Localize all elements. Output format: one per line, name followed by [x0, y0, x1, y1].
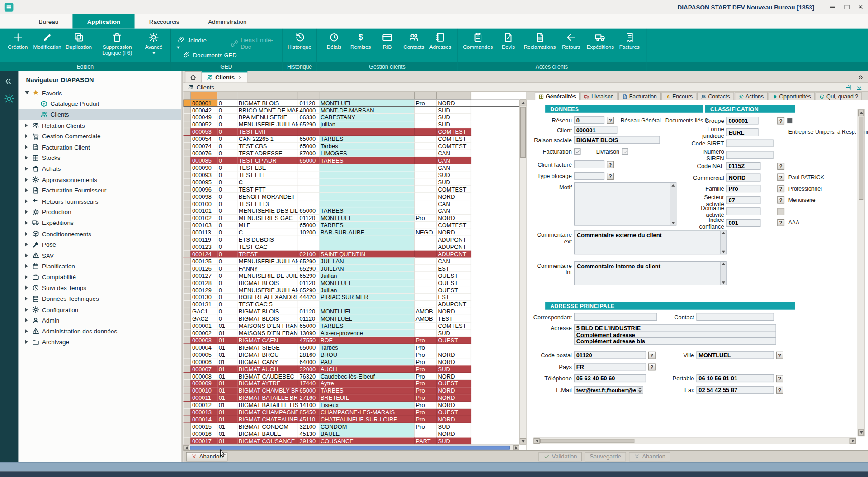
chevron-icon[interactable] [25, 91, 29, 94]
column-header[interactable] [320, 92, 415, 99]
table-row[interactable]: 000016 01 BIGMAT BAULE 45130 BAULE NORD [183, 430, 519, 438]
tab-facturation[interactable]: Facturation [618, 92, 660, 100]
panel-vertical-scrollbar[interactable] [858, 109, 865, 436]
email-field[interactable] [574, 386, 643, 394]
chevron-icon[interactable] [25, 340, 29, 344]
table-row[interactable]: 000006 01 BIGMAT CANY 64000 PAU Pro NORD [183, 358, 519, 365]
validation-button[interactable]: Validation [538, 452, 582, 461]
sidebar-item-expeditions[interactable]: Expéditions [18, 217, 181, 228]
help-button[interactable]: ? [776, 386, 783, 393]
minimize-button[interactable] [829, 4, 836, 10]
table-row[interactable]: 000014 01 BIGMAT CHATEAUNEUF 45110 CHATE… [183, 416, 519, 423]
table-row[interactable]: 000001 01 MAISONS D'EN FRANCE 65000 TARB… [183, 323, 519, 330]
table-row[interactable]: 000013 01 BIGMAT CHAMPAGNE-LE 85450 CHAM… [183, 409, 519, 416]
table-row[interactable]: 000011 01 BIGMAT BATAILLE BRET 27160 BRE… [183, 394, 519, 402]
column-header[interactable] [237, 92, 298, 99]
contacts-button[interactable]: Contacts [401, 30, 427, 51]
sidebar-item-retours-fournisseurs[interactable]: Retours fournisseurs [18, 196, 181, 206]
tab-contacts[interactable]: Contacts [697, 92, 734, 100]
reclamations-button[interactable]: Reclamations [522, 30, 558, 51]
sidebar-item-catalogue-produit[interactable]: Catalogue Produit [18, 98, 181, 109]
table-row[interactable]: 000052 0 MENUISERIE JUILLAN 65290 juilla… [183, 121, 519, 128]
sidebar-item-suivi-des-temps[interactable]: Suivi des Temps [18, 282, 181, 293]
sidebar-item-gestion-commerciale[interactable]: Gestion Commerciale [18, 131, 181, 141]
table-row[interactable]: 000093 0 TEST FTT SUD [183, 172, 519, 179]
scroll-up-icon[interactable] [858, 109, 864, 116]
table-row[interactable]: 000095 0 C SUD [183, 179, 519, 186]
sidebar-item-favoris[interactable]: Favoris [18, 87, 181, 98]
table-row[interactable]: 000126 0 FANNY 65290 JUILLAN EST [183, 265, 519, 272]
tab-actions[interactable]: Actions [735, 92, 768, 100]
type-blocage-field[interactable] [574, 172, 604, 180]
table-row[interactable]: 000119 0 ETS DUBOIS ADUPONT [183, 236, 519, 243]
chevron-icon[interactable] [25, 307, 29, 312]
table-row[interactable]: 000008 01 BIGMAT CAUDEBEC 76320 Caudebec… [183, 373, 519, 380]
table-row[interactable]: 000012 01 BIGMAT BATAILLE LISIE 14100 Li… [183, 402, 519, 409]
telephone-field[interactable] [574, 374, 646, 382]
column-header[interactable] [298, 92, 320, 99]
textarea-scrollbar[interactable] [720, 231, 726, 254]
chevron-icon[interactable] [25, 329, 29, 333]
chevron-icon[interactable] [25, 210, 29, 214]
sidebar-item-administration-des-donnees[interactable]: Administration des données [18, 326, 181, 337]
menu-tab-administration[interactable]: Administration [193, 14, 261, 29]
table-row[interactable]: 000127 0 MENUISERIE DE JUILLAN 65290 Jui… [183, 272, 519, 279]
sidebar-item-pose[interactable]: Pose [18, 239, 181, 250]
tab-opportunites[interactable]: Opportunités [768, 92, 815, 100]
factures-button[interactable]: Factures [616, 30, 643, 51]
modification-button[interactable]: Modification [31, 30, 64, 51]
motif-textarea[interactable] [574, 182, 677, 226]
table-row[interactable]: 000101 0 MENUISERIE DES LILAS 65000 TARB… [183, 207, 519, 215]
joindre-button[interactable]: Joindre [178, 37, 207, 44]
picker-icon[interactable] [787, 118, 792, 123]
chevron-icon[interactable] [25, 264, 29, 268]
code-siret-field[interactable] [726, 140, 774, 147]
chevron-icon[interactable] [25, 188, 29, 192]
email-spinner[interactable] [637, 387, 642, 393]
tab-livraison[interactable]: Livraison [580, 92, 618, 100]
table-row[interactable]: 000098 0 BENOIT MORANDET NORD [183, 193, 519, 200]
sidebar-item-donnees-techniques[interactable]: Données Techniques [18, 293, 181, 304]
help-button[interactable]: ? [648, 351, 656, 359]
table-row[interactable]: 000123 0 TEST GAC ADUPONT [183, 243, 519, 251]
tab-generalites[interactable]: Généralités [535, 92, 580, 100]
client-field[interactable] [574, 126, 618, 134]
chevron-icon[interactable] [25, 220, 29, 225]
sidebar-item-production[interactable]: Production [18, 206, 181, 217]
help-button[interactable]: ? [777, 185, 784, 192]
grid-horizontal-scrollbar[interactable] [183, 444, 519, 450]
fax-field[interactable] [696, 386, 774, 394]
raison-sociale-field[interactable] [574, 136, 660, 144]
adresse-ligne3-field[interactable] [574, 337, 776, 345]
chevron-icon[interactable] [25, 275, 29, 279]
groupe-field[interactable] [726, 117, 759, 125]
table-row[interactable]: 000124 0 TREST 02100 SAINT QUENTIN ADUPO… [183, 251, 519, 258]
facturation-checkbox[interactable] [574, 148, 581, 155]
tab-home[interactable] [185, 71, 202, 82]
help-button[interactable]: ? [648, 363, 656, 370]
chevron-icon[interactable] [25, 231, 29, 236]
help-button[interactable]: ? [607, 117, 614, 124]
scroll-up-icon[interactable] [520, 99, 527, 106]
duplication-button[interactable]: Duplication [63, 30, 94, 51]
sidebar-item-facturation-fournisseur[interactable]: Facturation Fournisseur [18, 185, 181, 196]
expeditions-button[interactable]: Expéditions [585, 30, 616, 51]
table-row[interactable]: 000129 0 MENUISERIE JUILLANAIS 65290 Jui… [183, 286, 519, 294]
commercial-field[interactable] [726, 173, 761, 181]
creation-button[interactable]: Création [5, 30, 31, 51]
panel-horizontal-scrollbar[interactable] [533, 438, 856, 444]
liens-entite-doc-button[interactable]: Liens Entité-Doc [231, 37, 282, 50]
chevron-icon[interactable] [25, 253, 29, 257]
sidebar-item-facturation-client[interactable]: Facturation Client [18, 141, 181, 152]
table-row[interactable]: 000128 0 BIGMAT BLOIS 01120 MONTLUEL OUE… [183, 279, 519, 286]
scrollbar-thumb[interactable] [859, 117, 863, 200]
help-button[interactable]: ? [777, 196, 784, 204]
column-header[interactable] [437, 92, 471, 99]
sidebar-item-archivage[interactable]: Archivage [18, 337, 181, 347]
chevron-icon[interactable] [25, 318, 29, 323]
correspondant-field[interactable] [574, 313, 657, 321]
table-row[interactable]: 000090 0 TEST LBE CAN [183, 164, 519, 172]
menu-tab-bureau[interactable]: Bureau [24, 14, 73, 29]
maximize-button[interactable] [843, 4, 851, 10]
scrollbar-thumb[interactable] [190, 446, 510, 450]
